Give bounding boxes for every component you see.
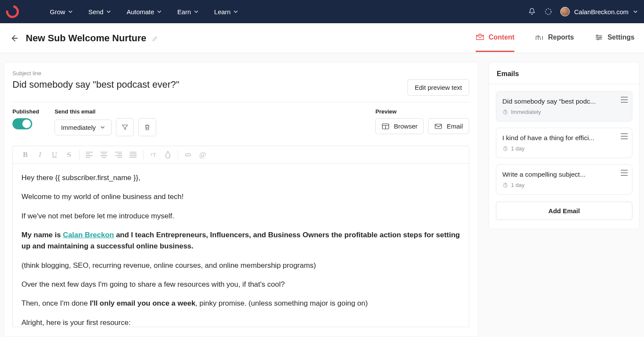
preview-browser-label: Browser xyxy=(394,123,417,130)
nav-earn[interactable]: Earn xyxy=(177,8,199,15)
nav-grow[interactable]: Grow xyxy=(50,8,73,15)
emails-title: Emails xyxy=(489,70,639,84)
bold-text: I'll only email you once a week xyxy=(90,299,195,307)
nav-menu: Grow Send Automate Earn Learn xyxy=(50,8,238,15)
chevron-down-icon xyxy=(68,9,73,14)
nav-label: Earn xyxy=(177,8,191,15)
account-name: CalanBreckon.com xyxy=(574,8,629,15)
published-label: Published xyxy=(12,108,39,115)
emails-panel: Emails Did somebody say "best podc... Im… xyxy=(489,62,640,229)
text: My name is xyxy=(21,231,63,239)
link-button[interactable] xyxy=(182,148,194,161)
clock-icon xyxy=(502,182,508,188)
browser-icon xyxy=(382,123,389,130)
align-justify-icon xyxy=(130,152,137,158)
preview-label: Preview xyxy=(375,108,469,115)
align-right-icon xyxy=(115,152,122,158)
tab-reports[interactable]: Reports xyxy=(535,24,574,52)
mention-button[interactable]: @ xyxy=(196,148,209,161)
strike-button[interactable]: S xyxy=(63,148,76,161)
email-card-timing: 1 day xyxy=(502,145,626,152)
tab-content[interactable]: Content xyxy=(476,24,514,52)
email-card-timing: Immediately xyxy=(502,109,626,115)
underline-button[interactable]: U xyxy=(48,148,61,161)
align-center-icon xyxy=(100,152,107,158)
nav-label: Learn xyxy=(214,8,231,15)
clock-icon xyxy=(502,109,508,115)
timing-text: 1 day xyxy=(511,182,525,188)
bell-icon[interactable] xyxy=(528,7,536,16)
align-center-button[interactable] xyxy=(97,148,110,161)
chevron-down-icon xyxy=(633,9,638,14)
author-link[interactable]: Calan Breckon xyxy=(63,231,114,239)
email-card-timing: 1 day xyxy=(502,182,626,188)
timing-value: Immediately xyxy=(61,124,96,131)
drag-handle-icon[interactable] xyxy=(621,133,628,139)
editor-panel: Subject line Did somebody say "best podc… xyxy=(3,62,478,337)
email-card[interactable]: Did somebody say "best podc... Immediate… xyxy=(496,91,632,122)
text: Then, once I'm done xyxy=(21,299,90,307)
bold-button[interactable]: B xyxy=(19,148,32,161)
tab-label: Reports xyxy=(548,34,574,41)
svg-rect-5 xyxy=(435,124,442,129)
back-arrow-icon[interactable] xyxy=(9,34,19,43)
clear-format-button[interactable]: TT xyxy=(147,148,160,161)
body-paragraph: Then, once I'm done I'll only email you … xyxy=(21,298,460,309)
svg-point-0 xyxy=(546,9,551,14)
main-area: Subject line Did somebody say "best podc… xyxy=(0,53,644,337)
nav-learn[interactable]: Learn xyxy=(214,8,238,15)
chevron-down-icon xyxy=(157,9,162,14)
color-button[interactable] xyxy=(161,148,174,161)
tab-bar: Content Reports Settings xyxy=(476,24,635,52)
body-paragraph: Hey there {{ subscriber.first_name }}, xyxy=(21,172,460,184)
align-right-button[interactable] xyxy=(112,148,125,161)
chevron-down-icon xyxy=(106,9,111,14)
nav-automate[interactable]: Automate xyxy=(127,8,162,15)
logo-icon xyxy=(3,3,21,21)
avatar xyxy=(560,7,570,16)
trash-icon xyxy=(143,123,151,131)
body-paragraph: If we've not met before let me introduce… xyxy=(21,211,460,222)
preview-browser-button[interactable]: Browser xyxy=(375,118,424,134)
delete-button[interactable] xyxy=(138,118,156,136)
sequence-title: New Sub Welcome Nurture xyxy=(26,33,146,44)
tab-label: Settings xyxy=(608,34,635,41)
progress-ring-icon[interactable] xyxy=(544,7,553,16)
text: , pinky promise. (unless something major… xyxy=(195,299,368,307)
timing-select[interactable]: Immediately xyxy=(55,119,112,135)
svg-point-3 xyxy=(598,39,599,40)
controls-row: Published Send this email Immediately Pr… xyxy=(12,108,469,136)
reports-icon xyxy=(535,34,544,41)
preview-email-button[interactable]: Email xyxy=(428,118,469,134)
droplet-icon xyxy=(165,151,171,159)
align-left-button[interactable] xyxy=(83,148,96,161)
email-card[interactable]: Write a compelling subject... 1 day xyxy=(496,164,632,195)
account-menu[interactable]: CalanBreckon.com xyxy=(560,7,638,16)
tab-label: Content xyxy=(489,34,514,41)
svg-point-1 xyxy=(596,35,598,36)
nav-label: Send xyxy=(88,8,103,15)
add-email-button[interactable]: Add Email xyxy=(496,202,632,220)
email-card[interactable]: I kind of have a thing for effici... 1 d… xyxy=(496,128,632,158)
subject-line[interactable]: Did somebody say "best podcast ever?" xyxy=(12,79,407,90)
subject-label: Subject line xyxy=(12,70,469,77)
rte-toolbar: B I U S TT @ xyxy=(12,146,469,164)
nav-send[interactable]: Send xyxy=(88,8,111,15)
pencil-icon[interactable] xyxy=(152,34,159,42)
body-paragraph: Welcome to my world of online business a… xyxy=(21,191,460,202)
content-icon xyxy=(476,34,484,41)
filter-button[interactable] xyxy=(116,118,134,136)
email-body-editor[interactable]: Hey there {{ subscriber.first_name }}, W… xyxy=(12,164,469,327)
drag-handle-icon[interactable] xyxy=(621,170,628,176)
link-icon xyxy=(184,151,192,159)
edit-preview-text-button[interactable]: Edit preview text xyxy=(407,79,469,96)
published-toggle[interactable] xyxy=(12,118,32,129)
nav-label: Automate xyxy=(127,8,154,15)
email-card-title: Write a compelling subject... xyxy=(502,171,601,178)
chevron-down-icon xyxy=(233,9,238,14)
align-justify-button[interactable] xyxy=(127,148,140,161)
drag-handle-icon[interactable] xyxy=(621,97,628,103)
email-list: Did somebody say "best podc... Immediate… xyxy=(489,84,639,195)
italic-button[interactable]: I xyxy=(33,148,46,161)
tab-settings[interactable]: Settings xyxy=(595,24,635,52)
